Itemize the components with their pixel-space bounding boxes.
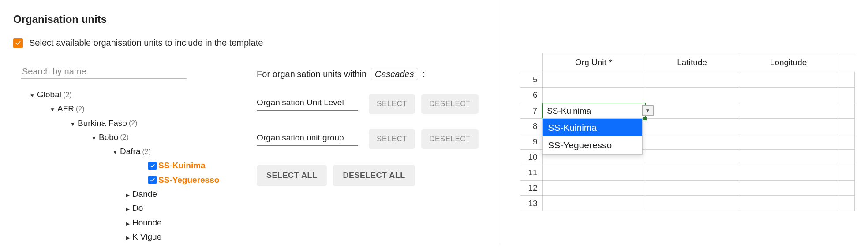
cell[interactable] [645, 196, 739, 211]
spreadsheet-preview: Org Unit * Latitude Longitude 5 6 7 SS-K… [498, 0, 868, 244]
cell[interactable] [542, 72, 645, 88]
chevron-down-icon[interactable] [69, 116, 77, 130]
tree-leaf-label: SS-Yegueresso [158, 173, 219, 187]
cell[interactable] [645, 181, 739, 196]
row-7: 7 SS-Kuinima ▼ SS-Kuinima SS-Yegueresso [520, 103, 855, 119]
selection-controls: For organisation units within Cascades :… [257, 65, 485, 244]
row-header[interactable]: 9 [520, 134, 542, 150]
search-input[interactable] [21, 65, 187, 79]
row-header[interactable]: 10 [520, 150, 542, 165]
chevron-down-icon[interactable] [49, 102, 56, 116]
cell[interactable] [542, 88, 645, 103]
row-5: 5 [520, 72, 855, 88]
cell[interactable] [542, 196, 645, 211]
spreadsheet[interactable]: Org Unit * Latitude Longitude 5 6 7 SS-K… [520, 53, 855, 211]
page-title: Organisation units [13, 13, 485, 26]
col-header-org-unit[interactable]: Org Unit * [542, 53, 645, 72]
cell[interactable] [542, 165, 645, 181]
dropdown-list: SS-Kuinima SS-Yegueresso [542, 118, 643, 155]
cell[interactable] [739, 134, 838, 150]
active-cell[interactable]: SS-Kuinima ▼ SS-Kuinima SS-Yegueresso [542, 103, 645, 119]
cell[interactable] [739, 150, 838, 165]
cell[interactable] [739, 181, 838, 196]
level-select-button[interactable]: SELECT [369, 94, 415, 114]
chevron-down-icon[interactable] [111, 144, 119, 159]
level-deselect-button[interactable]: DESELECT [421, 94, 479, 114]
chevron-right-icon[interactable] [123, 201, 131, 215]
cell[interactable] [838, 88, 854, 103]
cell[interactable] [838, 181, 854, 196]
checkbox-checked-icon[interactable] [148, 162, 157, 170]
cell[interactable] [645, 72, 739, 88]
cell[interactable] [739, 88, 838, 103]
tree-node-k-vigue[interactable]: K Vigue [123, 230, 257, 244]
row-12: 12 [520, 181, 855, 196]
instruction-row: Select available organisation units to i… [13, 38, 485, 48]
cell[interactable] [739, 103, 838, 119]
dropdown-option-ss-yegueresso[interactable]: SS-Yegueresso [542, 136, 642, 154]
cell[interactable] [645, 165, 739, 181]
group-select-button[interactable]: SELECT [369, 129, 415, 149]
group-deselect-button[interactable]: DESELECT [421, 129, 479, 149]
org-unit-tree: Global (2) AFR (2) Burkina Faso (2) [28, 88, 257, 244]
cell[interactable] [645, 88, 739, 103]
tree-node-hounde[interactable]: Hounde [123, 216, 257, 230]
tree-node-do[interactable]: Do [123, 201, 257, 215]
row-13: 13 [520, 196, 855, 211]
org-unit-level-select[interactable]: Organisation Unit Level [257, 98, 358, 111]
region-tag: Cascades [371, 68, 418, 80]
cell[interactable] [645, 119, 739, 134]
cell[interactable] [838, 72, 854, 88]
row-header[interactable]: 13 [520, 196, 542, 211]
chevron-right-icon[interactable] [123, 230, 131, 244]
fill-handle[interactable] [643, 117, 647, 120]
row-header[interactable]: 11 [520, 165, 542, 181]
col-header-latitude[interactable]: Latitude [645, 53, 739, 72]
instruction-text: Select available organisation units to i… [29, 38, 263, 48]
within-label: For organisation units within Cascades : [257, 69, 485, 79]
chevron-right-icon[interactable] [123, 187, 131, 201]
cell[interactable] [739, 165, 838, 181]
cell[interactable] [838, 103, 854, 119]
cell[interactable] [645, 150, 739, 165]
cell[interactable] [739, 119, 838, 134]
cell[interactable] [645, 134, 739, 150]
select-all-button[interactable]: SELECT ALL [257, 165, 327, 186]
row-header[interactable]: 12 [520, 181, 542, 196]
checkbox-checked-icon[interactable] [148, 176, 157, 184]
row-header[interactable]: 5 [520, 72, 542, 88]
tree-leaf-ss-yegueresso[interactable]: SS-Yegueresso [148, 173, 257, 187]
cell[interactable] [838, 150, 854, 165]
cell[interactable] [739, 72, 838, 88]
tree-node-dande[interactable]: Dande [123, 187, 257, 201]
chevron-right-icon[interactable] [123, 216, 131, 230]
col-header-extra[interactable] [838, 53, 854, 72]
cell[interactable] [838, 119, 854, 134]
cell[interactable] [838, 134, 854, 150]
row-header[interactable]: 8 [520, 119, 542, 134]
cell[interactable] [739, 196, 838, 211]
chevron-down-icon[interactable] [28, 88, 36, 102]
dropdown-toggle-button[interactable]: ▼ [642, 105, 654, 116]
row-header[interactable]: 7 [520, 103, 542, 119]
cell[interactable] [838, 196, 854, 211]
tree-leaf-label: SS-Kuinima [158, 159, 206, 173]
row-header[interactable]: 6 [520, 88, 542, 103]
tree-node-burkina-faso[interactable]: Burkina Faso (2) [69, 116, 257, 130]
tree-node-global[interactable]: Global (2) [28, 88, 257, 102]
tree-leaf-ss-kuinima[interactable]: SS-Kuinima [148, 159, 257, 173]
cell-value: SS-Kuinima [547, 106, 591, 115]
tree-node-afr[interactable]: AFR (2) [49, 102, 257, 116]
chevron-down-icon[interactable] [90, 130, 98, 144]
dropdown-option-ss-kuinima[interactable]: SS-Kuinima [542, 119, 642, 136]
cell[interactable] [645, 103, 739, 119]
cell[interactable] [542, 181, 645, 196]
org-unit-group-select[interactable]: Organisation unit group [257, 133, 358, 146]
tree-node-dafra[interactable]: Dafra (2) [111, 144, 257, 159]
chevron-down-icon: ▼ [645, 107, 651, 114]
col-header-longitude[interactable]: Longitude [739, 53, 838, 72]
config-panel: Organisation units Select available orga… [0, 0, 498, 244]
tree-node-bobo[interactable]: Bobo (2) [90, 130, 257, 144]
cell[interactable] [838, 165, 854, 181]
deselect-all-button[interactable]: DESELECT ALL [333, 165, 415, 186]
